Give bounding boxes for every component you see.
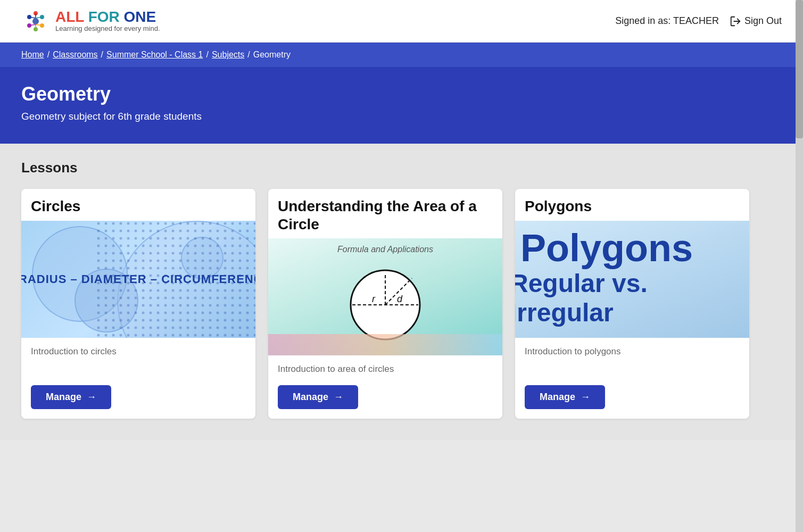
polygons-big-text: Polygons	[520, 226, 693, 270]
area-formula-text: Formula and Applications	[337, 245, 433, 254]
card-footer-polygons: Manage →	[515, 380, 749, 419]
logo-tagline: Learning designed for every mind.	[55, 24, 160, 32]
breadcrumb-bar: Home / Classrooms / Summer School - Clas…	[0, 43, 803, 67]
hero-section: Geometry Geometry subject for 6th grade …	[0, 67, 803, 144]
card-image-polygons: Polygons Regular vs. Irregular	[515, 221, 749, 338]
manage-button-polygons[interactable]: Manage →	[525, 385, 605, 409]
svg-text:r: r	[372, 294, 376, 304]
logo-area: ALL FOR ONE Learning designed for every …	[21, 7, 160, 36]
breadcrumb-subjects[interactable]: Subjects	[212, 50, 244, 60]
lesson-card-area: Understanding the Area of a Circle Formu…	[268, 189, 502, 419]
scrollbar-handle[interactable]	[796, 0, 803, 138]
lessons-heading: Lessons	[21, 160, 782, 176]
signed-in-label: Signed in as: TEACHER	[615, 15, 719, 27]
manage-button-area[interactable]: Manage →	[278, 385, 358, 409]
polygons-sub-text: Regular vs. Irregular	[515, 269, 749, 327]
breadcrumb: Home / Classrooms / Summer School - Clas…	[21, 50, 782, 60]
lessons-grid: Circles RADIUS	[21, 189, 782, 419]
breadcrumb-home[interactable]: Home	[21, 50, 44, 60]
breadcrumb-current: Geometry	[253, 50, 291, 60]
breadcrumb-class[interactable]: Summer School - Class 1	[106, 50, 203, 60]
manage-label-area: Manage	[293, 392, 328, 403]
manage-label-polygons: Manage	[540, 392, 575, 403]
svg-text:d: d	[397, 294, 403, 304]
card-image-area: Formula and Applications r d	[268, 238, 502, 355]
manage-arrow-area: →	[334, 392, 343, 403]
circles-thumbnail-text: RADIUS – DIAMETER – CIRCUMFERENCE	[21, 272, 255, 286]
lesson-card-polygons: Polygons Polygons Regular vs. Irregular …	[515, 189, 749, 419]
logo-icon	[21, 7, 50, 36]
header: ALL FOR ONE Learning designed for every …	[0, 0, 803, 43]
scrollbar[interactable]	[796, 0, 803, 440]
manage-arrow-circles: →	[87, 392, 96, 403]
card-footer-circles: Manage →	[21, 380, 255, 419]
breadcrumb-classrooms[interactable]: Classrooms	[53, 50, 97, 60]
manage-button-circles[interactable]: Manage →	[31, 385, 111, 409]
card-desc-polygons: Introduction to polygons	[515, 338, 749, 380]
page-subtitle: Geometry subject for 6th grade students	[21, 111, 782, 122]
card-desc-area: Introduction to area of circles	[268, 355, 502, 380]
card-title-area: Understanding the Area of a Circle	[268, 189, 502, 238]
card-title-polygons: Polygons	[515, 189, 749, 221]
sign-out-icon	[730, 15, 741, 27]
card-title-circles: Circles	[21, 189, 255, 221]
manage-label-circles: Manage	[46, 392, 81, 403]
lesson-card-circles: Circles RADIUS	[21, 189, 255, 419]
logo-text-area: ALL FOR ONE Learning designed for every …	[55, 10, 160, 32]
card-footer-area: Manage →	[268, 380, 502, 419]
page-title: Geometry	[21, 83, 782, 105]
logo-title: ALL FOR ONE	[55, 10, 160, 24]
card-image-circles: RADIUS – DIAMETER – CIRCUMFERENCE	[21, 221, 255, 338]
header-right: Signed in as: TEACHER Sign Out	[615, 15, 782, 27]
lessons-section: Lessons Circles	[0, 144, 803, 440]
svg-point-0	[32, 18, 39, 24]
sign-out-label: Sign Out	[744, 15, 782, 27]
sign-out-button[interactable]: Sign Out	[730, 15, 782, 27]
card-desc-circles: Introduction to circles	[21, 338, 255, 380]
manage-arrow-polygons: →	[581, 392, 590, 403]
